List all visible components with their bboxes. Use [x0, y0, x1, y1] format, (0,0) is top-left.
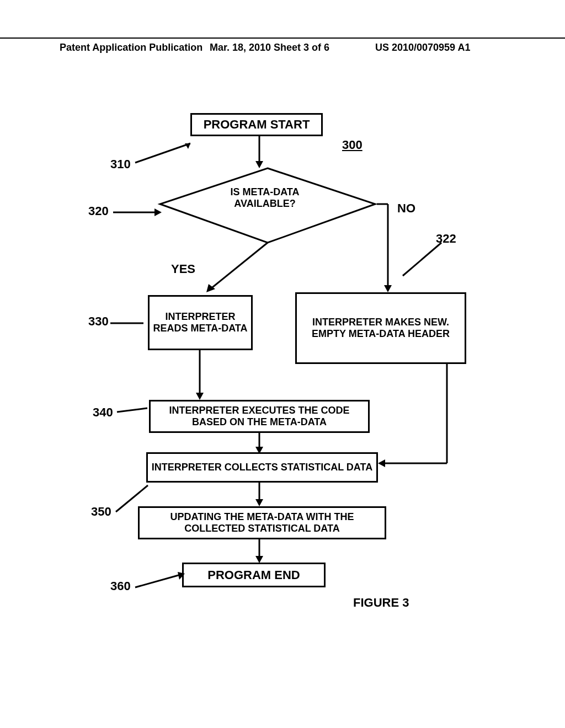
svg-line-27: [135, 575, 180, 587]
node-collect: INTERPRETER COLLECTS STATISTICAL DATA: [146, 452, 378, 483]
decision-no-label: NO: [397, 201, 415, 216]
svg-line-11: [210, 243, 268, 290]
decision-text: IS META-DATA AVAILABLE?: [204, 186, 326, 210]
header-right: US 2010/0070959 A1: [375, 42, 470, 53]
svg-marker-28: [178, 572, 185, 580]
page-header: Patent Application Publication Mar. 18, …: [0, 38, 565, 41]
node-program-end: PROGRAM END: [182, 563, 326, 587]
ref-300: 300: [342, 138, 363, 152]
leader-322: [397, 243, 447, 281]
node-execute-label: INTERPRETER EXECUTES THE CODE BASED ON T…: [154, 405, 365, 428]
arrow-reads-to-execute: [193, 350, 210, 403]
ref-330: 330: [88, 314, 109, 329]
ref-350: 350: [91, 505, 111, 519]
header-left: Patent Application Publication: [60, 42, 202, 53]
node-update-label: UPDATING THE META-DATA WITH THE COLLECTE…: [143, 511, 381, 534]
arrow-yes-path: [204, 243, 276, 298]
figure-caption: FIGURE 3: [353, 596, 409, 610]
svg-line-19: [117, 408, 147, 412]
header-mid: Mar. 18, 2010 Sheet 3 of 6: [210, 42, 329, 53]
svg-marker-18: [378, 459, 385, 467]
ref-340: 340: [93, 405, 113, 420]
svg-marker-24: [255, 499, 263, 506]
decision-yes-label: YES: [171, 262, 195, 276]
svg-marker-1: [185, 143, 190, 149]
page: Patent Application Publication Mar. 18, …: [0, 0, 565, 728]
node-make-header-label: INTERPRETER MAKES NEW. EMPTY META-DATA H…: [300, 317, 461, 340]
leader-330: [110, 319, 152, 328]
svg-marker-6: [154, 208, 162, 216]
leader-360: [135, 574, 188, 593]
arrow-update-to-end: [254, 539, 265, 564]
ref-310: 310: [110, 157, 131, 172]
arrow-no-path: [374, 204, 396, 295]
node-end-label: PROGRAM END: [207, 568, 300, 582]
svg-line-7: [403, 243, 441, 276]
arrow-execute-to-collect: [254, 433, 265, 455]
node-start-label: PROGRAM START: [204, 117, 310, 132]
node-reads-meta-label: INTERPRETER READS META-DATA: [153, 311, 248, 334]
ref-360: 360: [110, 579, 131, 593]
node-make-header: INTERPRETER MAKES NEW. EMPTY META-DATA H…: [295, 292, 466, 364]
node-update: UPDATING THE META-DATA WITH THE COLLECTE…: [138, 506, 386, 539]
leader-340: [117, 405, 156, 419]
arrow-collect-to-update: [254, 483, 265, 507]
ref-320: 320: [88, 204, 109, 218]
leader-320: [113, 207, 163, 218]
svg-marker-10: [384, 285, 392, 292]
arrow-header-to-collect: [375, 364, 458, 474]
leader-310: [135, 143, 196, 165]
arrow-start-to-decision: [254, 136, 265, 169]
svg-marker-15: [196, 393, 204, 400]
node-collect-label: INTERPRETER COLLECTS STATISTICAL DATA: [152, 462, 372, 473]
svg-line-0: [135, 143, 190, 163]
node-reads-meta: INTERPRETER READS META-DATA: [148, 295, 253, 350]
node-program-start: PROGRAM START: [190, 113, 323, 136]
node-execute: INTERPRETER EXECUTES THE CODE BASED ON T…: [149, 400, 370, 433]
